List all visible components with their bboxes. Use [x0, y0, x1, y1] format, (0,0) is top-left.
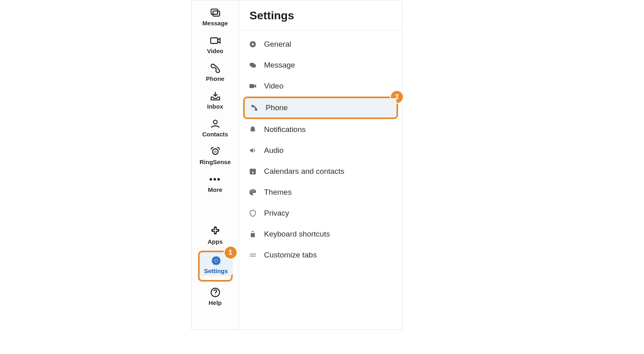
calendar-icon — [248, 167, 258, 176]
rail-top-group: Message Video Phone Inbox — [199, 4, 232, 199]
settings-item-label: Audio — [264, 146, 284, 155]
settings-item-label: Notifications — [264, 125, 306, 134]
panel-title: Settings — [250, 9, 392, 22]
svg-text:R: R — [214, 150, 217, 154]
rail-label: Contacts — [202, 131, 228, 138]
settings-list: General Message Video 2 — [239, 31, 402, 266]
svg-rect-14 — [251, 168, 252, 170]
settings-item-label: Video — [264, 82, 283, 91]
panel-header: Settings — [239, 0, 402, 31]
settings-item-label: Themes — [264, 188, 292, 197]
rail-label: Apps — [208, 238, 223, 245]
rail-label: Help — [208, 299, 222, 306]
help-icon — [209, 286, 221, 298]
rail-bottom-group: Apps 1 Settings Help — [198, 223, 233, 312]
settings-item-privacy[interactable]: Privacy — [239, 203, 402, 224]
more-icon: ••• — [209, 173, 221, 185]
rail-item-help[interactable]: Help — [199, 284, 232, 308]
rail-label: Settings — [204, 268, 228, 274]
settings-item-customize[interactable]: Customize tabs — [239, 245, 402, 266]
rail-item-apps[interactable]: Apps — [199, 223, 232, 247]
video-solid-icon — [248, 81, 258, 91]
svg-point-3 — [213, 120, 217, 124]
settings-item-label: General — [264, 40, 291, 49]
callout-frame-phone: 2 Phone — [243, 97, 398, 119]
gear-icon — [248, 39, 258, 49]
message-solid-icon — [248, 60, 258, 70]
callout-badge: 1 — [225, 247, 237, 259]
settings-item-notifications[interactable]: Notifications — [239, 119, 402, 140]
svg-rect-2 — [211, 38, 218, 43]
speaker-icon — [248, 146, 258, 155]
settings-item-audio[interactable]: Audio — [239, 140, 402, 161]
settings-item-label: Keyboard shortcuts — [264, 230, 330, 239]
settings-item-general[interactable]: General — [239, 34, 402, 55]
bell-icon — [248, 125, 258, 134]
rail-label: Phone — [206, 75, 225, 82]
palette-icon — [248, 187, 258, 197]
settings-item-label: Phone — [266, 103, 288, 112]
rail-item-contacts[interactable]: Contacts — [199, 115, 232, 139]
video-icon — [209, 35, 221, 47]
settings-item-video[interactable]: Video — [239, 76, 402, 97]
svg-rect-13 — [250, 169, 256, 171]
svg-rect-10 — [252, 64, 256, 68]
settings-item-calendar[interactable]: Calendars and contacts — [239, 161, 402, 182]
rail-item-ringsense[interactable]: R RingSense — [199, 143, 232, 167]
settings-item-phone[interactable]: Phone — [245, 98, 396, 117]
svg-rect-1 — [213, 11, 219, 16]
settings-item-keyboard[interactable]: Keyboard shortcuts — [239, 224, 402, 245]
svg-rect-15 — [254, 168, 255, 170]
settings-item-themes[interactable]: Themes — [239, 182, 402, 203]
svg-point-17 — [251, 191, 252, 192]
rail-item-phone[interactable]: Phone — [199, 60, 232, 84]
message-icon — [209, 7, 221, 19]
keyboard-icon — [248, 229, 258, 239]
phone-solid-icon — [250, 103, 259, 113]
shield-icon — [248, 208, 258, 218]
svg-point-6 — [215, 259, 217, 262]
apps-icon — [209, 225, 221, 237]
navigation-rail: Message Video Phone Inbox — [192, 0, 239, 329]
phone-icon — [209, 62, 221, 74]
svg-point-19 — [253, 191, 254, 191]
settings-item-label: Message — [264, 61, 295, 70]
settings-panel: Settings General Message Video — [239, 0, 402, 329]
rail-label: More — [208, 186, 223, 193]
rail-item-video[interactable]: Video — [199, 32, 232, 56]
callout-frame-settings: 1 Settings — [198, 251, 233, 282]
contacts-icon — [209, 118, 221, 130]
rail-item-message[interactable]: Message — [199, 4, 232, 28]
lines-icon — [248, 250, 258, 260]
rail-item-inbox[interactable]: Inbox — [199, 88, 232, 111]
rail-label: Inbox — [207, 103, 223, 110]
inbox-icon — [209, 90, 221, 102]
svg-rect-20 — [250, 254, 256, 255]
settings-item-label: Customize tabs — [264, 251, 317, 259]
rail-label: RingSense — [200, 158, 231, 165]
settings-item-message[interactable]: Message — [239, 55, 402, 76]
svg-rect-21 — [250, 256, 256, 257]
ringsense-icon: R — [209, 146, 221, 158]
settings-item-label: Calendars and contacts — [264, 167, 345, 176]
app-window: Message Video Phone Inbox — [191, 0, 402, 330]
svg-point-16 — [252, 171, 254, 173]
svg-rect-0 — [211, 9, 217, 14]
rail-label: Video — [207, 47, 223, 54]
svg-point-8 — [215, 294, 216, 295]
svg-point-18 — [252, 190, 252, 191]
rail-label: Message — [202, 20, 228, 27]
settings-icon — [210, 255, 222, 267]
rail-item-more[interactable]: ••• More — [199, 171, 232, 195]
svg-rect-11 — [250, 84, 254, 88]
settings-item-label: Privacy — [264, 209, 289, 218]
